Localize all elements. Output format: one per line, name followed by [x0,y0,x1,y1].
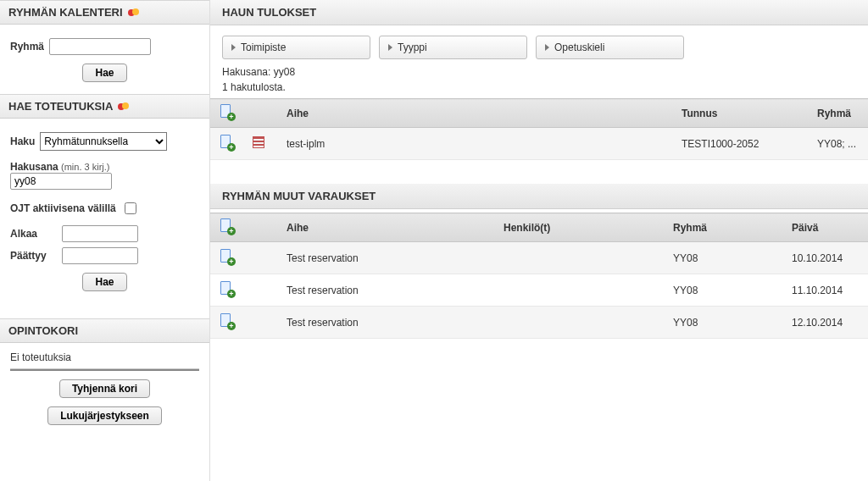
filter-opetuskieli[interactable]: Opetuskieli [536,36,684,59]
cart-section: Ei toteutuksia Tyhjennä kori Lukujärjest… [0,343,209,437]
cart-empty-text: Ei toteutuksia [10,351,199,363]
search-impl-title: HAE TOTEUTUKSIA [8,100,113,113]
cell-ryhma: YY08; ... [809,128,868,160]
group-calendar-title: RYHMÄN KALENTERI [8,6,123,19]
details-icon[interactable] [253,136,264,148]
col-paiva: Päivä [783,213,868,242]
hakusana-input[interactable] [10,173,112,190]
result-count: 1 hakutulosta. [210,80,868,95]
group-input[interactable] [49,38,151,55]
table-row[interactable]: + test-iplm TESTI1000-2052 YY08; ... [210,128,868,160]
col-add: + [210,99,244,128]
filter-tyyppi[interactable]: Tyyppi [379,36,527,59]
document-add-icon[interactable]: + [219,281,234,296]
results-table: + Aihe Tunnus Ryhmä + test-iplm TESTI100… [210,98,868,160]
other-table: + Aihe Henkilö(t) Ryhmä Päivä + Test res… [210,213,868,339]
cell-ryhma: YY08 [665,274,783,307]
hakusana-line: Hakusana: yy08 [210,64,868,80]
col-details [244,99,278,128]
document-add-icon[interactable]: + [219,313,234,329]
filter-toimipiste[interactable]: Toimipiste [222,36,370,59]
cell-henkilot [495,307,665,339]
people-icon [128,7,140,19]
paattyy-input[interactable] [62,247,138,264]
cell-paiva: 11.10.2014 [783,274,868,307]
cell-paiva: 10.10.2014 [783,242,868,274]
group-label: Ryhmä [10,41,44,53]
group-calendar-section: Ryhmä Hae [0,25,209,94]
cell-aihe: test-iplm [278,128,673,160]
haku-label: Haku [10,135,35,147]
col-ryhma: Ryhmä [665,213,783,242]
separator [10,368,199,371]
cell-ryhma: YY08 [665,242,783,274]
cart-title: OPINTOKORI [8,324,78,337]
cell-aihe: Test reservation [278,274,495,307]
haku-select[interactable]: Ryhmätunnuksella [40,132,167,151]
document-add-icon[interactable]: + [219,249,234,264]
chevron-right-icon [545,44,549,51]
col-aihe: Aihe [278,99,673,128]
document-add-icon[interactable]: + [219,218,234,234]
col-aihe: Aihe [278,213,495,242]
other-reservations-title: RYHMÄN MUUT VARAUKSET [222,190,376,202]
cell-henkilot [495,242,665,274]
alkaa-input[interactable] [62,225,138,242]
table-row[interactable]: + Test reservation YY08 11.10.2014 [210,274,868,307]
hakusana-label: Hakusana (min. 3 kirj.) [10,161,110,173]
document-add-icon[interactable]: + [219,104,234,119]
col-ryhma: Ryhmä [809,99,868,128]
people-icon [118,101,130,113]
table-row[interactable]: + Test reservation YY08 10.10.2014 [210,242,868,274]
impl-search-button[interactable]: Hae [82,273,126,291]
results-header: HAUN TULOKSET [210,0,868,25]
to-schedule-button[interactable]: Lukujärjestykseen [47,406,162,425]
table-row[interactable]: + Test reservation YY08 12.10.2014 [210,307,868,339]
col-blank [244,213,278,242]
search-impl-section: Haku Ryhmätunnuksella Hakusana (min. 3 k… [0,119,209,303]
search-impl-header: HAE TOTEUTUKSIA [0,94,209,119]
filter-row: Toimipiste Tyyppi Opetuskieli [210,25,868,64]
col-henkilot: Henkilö(t) [495,213,665,242]
cell-aihe: Test reservation [278,307,495,339]
alkaa-label: Alkaa [10,228,57,240]
chevron-right-icon [388,44,392,51]
col-tunnus: Tunnus [673,99,809,128]
ojt-label: OJT aktiivisena välillä [10,202,116,214]
paattyy-label: Päättyy [10,250,57,262]
cell-ryhma: YY08 [665,307,783,339]
group-search-button[interactable]: Hae [82,64,126,82]
group-calendar-header: RYHMÄN KALENTERI [0,0,209,25]
cart-header: OPINTOKORI [0,318,209,343]
empty-cart-button[interactable]: Tyhjennä kori [59,379,150,398]
chevron-right-icon [231,44,236,51]
cell-paiva: 12.10.2014 [783,307,868,339]
col-add: + [210,213,244,242]
cell-henkilot [495,274,665,307]
cell-tunnus: TESTI1000-2052 [673,128,809,160]
main: HAUN TULOKSET Toimipiste Tyyppi Opetuski… [210,0,868,481]
cell-aihe: Test reservation [278,242,495,274]
document-add-icon[interactable]: + [219,135,234,150]
sidebar: RYHMÄN KALENTERI Ryhmä Hae HAE TOTEUTUKS… [0,0,210,481]
results-title: HAUN TULOKSET [222,6,316,19]
ojt-checkbox[interactable] [125,202,136,214]
other-reservations-header: RYHMÄN MUUT VARAUKSET [210,184,868,209]
